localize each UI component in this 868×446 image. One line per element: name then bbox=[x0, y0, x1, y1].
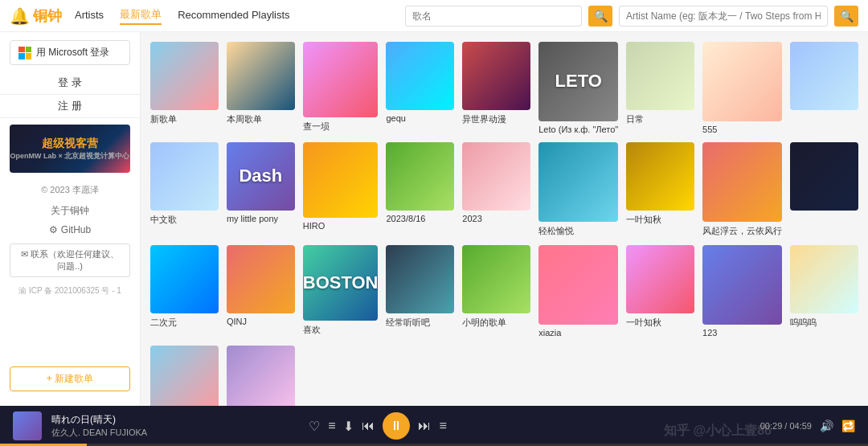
github-link[interactable]: ⚙ GitHub bbox=[0, 221, 140, 239]
playlist-grid: 新歌单本周歌单查一埙gequ异世界动漫LETOLeto (Из к.ф. "Ле… bbox=[150, 42, 858, 406]
playlist-item[interactable]: xiazia bbox=[538, 245, 618, 338]
playlist-thumbnail bbox=[303, 42, 379, 117]
playlist-item[interactable]: 123 bbox=[702, 245, 782, 338]
playlist-label: 2023/8/16 bbox=[386, 214, 454, 223]
playlist-label: 555 bbox=[702, 125, 782, 134]
playlist-thumbnail bbox=[227, 42, 295, 110]
nav-artists[interactable]: Artists bbox=[75, 9, 104, 23]
playlist-item[interactable]: 异世界动漫 bbox=[462, 42, 530, 134]
playlist-label: xiazia bbox=[538, 328, 618, 338]
playlist-label: 中文歌 bbox=[150, 214, 219, 226]
playlist-thumbnail bbox=[150, 245, 219, 313]
playlist-item[interactable]: Dashmy little pony bbox=[227, 142, 295, 237]
player-thumbnail bbox=[13, 411, 42, 440]
playlist-button[interactable]: ≡ bbox=[328, 419, 335, 433]
playlist-item[interactable]: 风起浮云，云依风行 bbox=[702, 142, 782, 237]
menu-button[interactable]: ≡ bbox=[439, 419, 446, 433]
playlist-thumbnail bbox=[626, 42, 694, 110]
thumbnail-overlay: LETO bbox=[538, 42, 618, 121]
player-right: 00:29 / 04:59 🔊 🔁 bbox=[760, 419, 855, 432]
login-button[interactable]: 登 录 bbox=[0, 72, 140, 95]
playlist-label: HIRO bbox=[303, 221, 379, 231]
playlist-label: 123 bbox=[702, 328, 782, 338]
artist-search-input[interactable] bbox=[619, 6, 828, 27]
playlist-thumbnail bbox=[386, 42, 454, 110]
nav-latest[interactable]: 最新歌单 bbox=[120, 7, 162, 25]
heart-button[interactable]: ♡ bbox=[309, 419, 320, 434]
new-playlist-button[interactable]: + 新建歌单 bbox=[10, 366, 130, 391]
playlist-label: Leto (Из к.ф. "Лето" bbox=[538, 125, 618, 134]
playlist-item[interactable]: 555 bbox=[702, 42, 782, 134]
volume-icon[interactable]: 🔊 bbox=[820, 419, 833, 432]
sidebar-auth-section: 用 Microsoft 登录 bbox=[0, 40, 140, 72]
banner-subtitle: OpenMW Lab × 北京超视觉计算中心 bbox=[10, 151, 130, 162]
next-button[interactable]: ⏭ bbox=[418, 419, 431, 433]
playlist-item[interactable]: 呜呜呜 bbox=[790, 245, 858, 338]
contact-button[interactable]: ✉ 联系（欢迎任何建议、问题..) bbox=[10, 243, 130, 277]
playlist-item[interactable]: 查一埙 bbox=[303, 42, 379, 134]
song-search-input[interactable] bbox=[405, 6, 582, 27]
logo-bell-icon: 🔔 bbox=[10, 6, 30, 26]
artist-search-button[interactable]: 🔍 bbox=[834, 6, 858, 27]
ms-icon-green bbox=[26, 47, 32, 53]
prev-button[interactable]: ⏮ bbox=[362, 419, 375, 433]
playlist-thumbnail bbox=[150, 42, 219, 110]
nav-recommended[interactable]: Recommended Playlists bbox=[178, 9, 289, 23]
playlist-thumbnail: BOSTON bbox=[303, 245, 379, 321]
playlist-item[interactable]: QINJ bbox=[227, 245, 295, 338]
playlist-item[interactable]: 本周歌单 bbox=[227, 42, 295, 134]
playlist-thumbnail bbox=[626, 245, 694, 313]
banner-image: 超级视客营 OpenMW Lab × 北京超视觉计算中心 bbox=[10, 125, 130, 173]
sidebar: 用 Microsoft 登录 登 录 注 册 超级视客营 OpenMW Lab … bbox=[0, 32, 141, 406]
logo: 🔔 铜钟 bbox=[10, 6, 62, 26]
playlist-thumbnail bbox=[462, 42, 530, 110]
playlist-thumbnail bbox=[303, 142, 379, 218]
playlist-item[interactable] bbox=[790, 142, 858, 237]
ms-login-button[interactable]: 用 Microsoft 登录 bbox=[10, 40, 130, 65]
playlist-item[interactable]: 一叶知秋 bbox=[626, 245, 694, 338]
playlist-label: QINJ bbox=[227, 317, 295, 326]
playlist-label: 2023 bbox=[462, 214, 530, 223]
watermark: 知乎 @小心上壹86 bbox=[664, 423, 772, 440]
playlist-item[interactable]: LETOLeto (Из к.ф. "Лето" bbox=[538, 42, 618, 134]
playlist-item[interactable]: BOSTON喜欢 bbox=[303, 245, 379, 338]
playlist-thumbnail: LETO bbox=[538, 42, 618, 121]
playlist-item[interactable]: 2023/8/16 bbox=[386, 142, 454, 237]
playlist-item[interactable]: 2023 bbox=[150, 346, 219, 406]
playlist-label: 经常听听吧 bbox=[386, 317, 454, 329]
ms-icon-red bbox=[18, 47, 25, 53]
playlist-item[interactable]: 我的歌 bbox=[227, 346, 295, 406]
playlist-label: 一叶知秋 bbox=[626, 317, 694, 329]
playlist-item[interactable]: 中文歌 bbox=[150, 142, 219, 237]
copyright-text: © 2023 李愿泽 bbox=[0, 179, 140, 201]
icp-text: 渝 ICP 备 2021006325 号 - 1 bbox=[0, 282, 140, 300]
playlist-item[interactable]: 日常 bbox=[626, 42, 694, 134]
player-controls: ♡ ≡ ⬇ ⏮ ⏸ ⏭ ≡ bbox=[309, 412, 447, 440]
playlist-item[interactable]: 经常听听吧 bbox=[386, 245, 454, 338]
ms-icon-yellow bbox=[26, 53, 32, 59]
loop-icon[interactable]: 🔁 bbox=[841, 419, 855, 432]
playlist-item[interactable]: 小明的歌单 bbox=[462, 245, 530, 338]
playlist-thumbnail bbox=[538, 142, 618, 222]
playlist-item[interactable]: 二次元 bbox=[150, 245, 219, 338]
song-search-button[interactable]: 🔍 bbox=[588, 6, 612, 27]
playlist-thumbnail bbox=[538, 245, 618, 325]
playlist-label: 二次元 bbox=[150, 317, 219, 329]
player-artist: 佐久人. DEAN FUJIOKA bbox=[51, 427, 147, 439]
playlist-item[interactable]: gequ bbox=[386, 42, 454, 134]
playlist-label: 新歌单 bbox=[150, 113, 219, 125]
about-link[interactable]: 关于铜钟 bbox=[0, 201, 140, 221]
playlist-item[interactable]: 一叶知秋 bbox=[626, 142, 694, 237]
banner-title: 超级视客营 bbox=[42, 137, 98, 151]
playlist-thumbnail bbox=[702, 245, 782, 325]
play-pause-button[interactable]: ⏸ bbox=[383, 412, 410, 440]
playlist-item[interactable] bbox=[790, 42, 858, 134]
register-button[interactable]: 注 册 bbox=[0, 95, 140, 118]
playlist-item[interactable]: HIRO bbox=[303, 142, 379, 237]
playlist-item[interactable]: 2023 bbox=[462, 142, 530, 237]
main-layout: 用 Microsoft 登录 登 录 注 册 超级视客营 OpenMW Lab … bbox=[0, 32, 868, 406]
download-button[interactable]: ⬇ bbox=[343, 419, 354, 434]
playlist-item[interactable]: 新歌单 bbox=[150, 42, 219, 134]
playlist-item[interactable]: 轻松愉悦 bbox=[538, 142, 618, 237]
playlist-label: 一叶知秋 bbox=[626, 214, 694, 226]
